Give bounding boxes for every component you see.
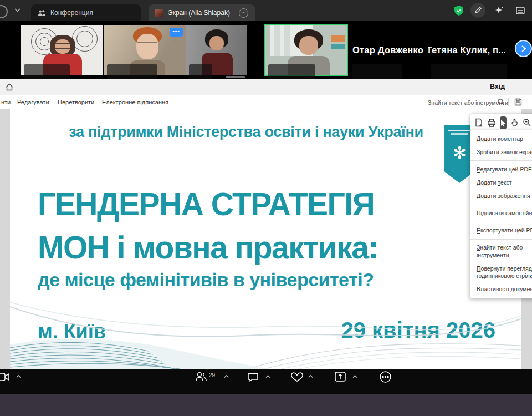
minimize-button[interactable]: — <box>515 81 524 90</box>
divider <box>508 98 509 106</box>
acrobat-menu-bar: нти Редагувати Перетворити Електронне пі… <box>0 95 532 109</box>
react-chevron[interactable] <box>308 375 313 378</box>
react-heart-icon[interactable] <box>290 371 304 383</box>
menu-item-export-pdf[interactable]: Експортувати цей PDF-файл <box>470 224 532 237</box>
zoom-in-icon[interactable] <box>523 118 531 127</box>
video-camera-icon[interactable] <box>0 372 9 382</box>
chat-icon[interactable] <box>247 372 259 382</box>
university-emblem: ✻ <box>444 125 474 183</box>
slide-support-line: за підтримки Міністерства освіти і науки… <box>35 124 457 141</box>
participants-icon[interactable] <box>195 371 207 382</box>
gallery-next-button[interactable] <box>515 40 532 57</box>
emblem-flower-icon: ✻ <box>444 142 474 164</box>
chevron-down-icon[interactable] <box>14 8 21 12</box>
tab-conference[interactable]: Конференция <box>31 4 141 21</box>
tile-more-button[interactable]: ••• <box>170 28 183 37</box>
pdf-context-menu: Додати коментар Зробити знімок екрана Ре… <box>470 130 532 298</box>
wave-decoration <box>10 297 521 369</box>
tab-screen-label: Экран (Alla Shlapak) <box>168 9 230 17</box>
tab-conference-label: Конференция <box>50 9 93 17</box>
apps-grid-icon[interactable] <box>513 3 528 18</box>
menu-item-add-comment[interactable]: Додати коментар <box>470 132 532 145</box>
zoom-controls-bar: део 29 Участники Чат Отреагировать Подел… <box>0 369 532 394</box>
menu-tools-clipped[interactable]: нти <box>1 99 11 105</box>
avatar <box>155 9 163 17</box>
acrobat-tab-bar: ☆ ГЕНДЕРНИЙ АУДИТ ... × + Створити ? <box>0 79 532 95</box>
find-tools-label[interactable]: Знайти текст або інструменти <box>428 99 508 106</box>
print-icon[interactable] <box>487 118 496 127</box>
windows-taskbar: Пошук ✂ УКР <box>0 394 532 416</box>
slide-title-line2: МОН і мовна практика: <box>38 229 378 266</box>
menu-item-edit-pdf[interactable]: Редагувати цей PDF-файл <box>470 163 532 176</box>
sign-in-button[interactable]: Вхід <box>490 83 505 90</box>
more-options-icon[interactable] <box>379 371 392 383</box>
ai-companion-icon[interactable] <box>492 3 507 18</box>
video-options-chevron[interactable] <box>16 375 21 378</box>
zoom-top-bar: Конференция Экран (Alla Shlapak) ⋯ <box>0 0 532 21</box>
menu-item-add-image[interactable]: Додати зображення <box>470 190 532 203</box>
tab-screen-share[interactable]: Экран (Alla Shlapak) ⋯ <box>149 4 255 21</box>
menu-item-document-properties[interactable]: Властивості документа <box>470 282 532 296</box>
annotate-pen-icon[interactable] <box>470 3 485 18</box>
save-icon[interactable] <box>514 98 522 106</box>
menu-item-sign-yourself[interactable]: Підписати самостійно <box>470 207 532 220</box>
add-page-icon[interactable] <box>474 118 483 127</box>
menu-separator <box>470 222 532 222</box>
menu-item-rotate-clockwise[interactable]: Повернути перегляд загодинниковою стрілк… <box>470 262 532 282</box>
timer-icon <box>0 5 8 18</box>
menu-convert[interactable]: Перетворити <box>58 99 94 105</box>
pdf-floating-toolbar <box>470 114 532 131</box>
menu-item-add-text[interactable]: Додати текст <box>470 176 532 189</box>
menu-separator <box>470 160 532 161</box>
menu-esign[interactable]: Електронне підписання <box>102 99 168 105</box>
slide-subtitle: де місце фемінітивів в університеті? <box>38 269 374 291</box>
select-cursor-icon-active[interactable] <box>500 116 507 129</box>
participants-chevron[interactable] <box>224 375 229 378</box>
menu-separator <box>470 239 532 240</box>
search-icon[interactable] <box>497 98 505 106</box>
people-icon <box>38 9 46 17</box>
hand-pan-icon[interactable] <box>510 119 519 127</box>
slide-title-line1: ГЕНДЕРНА СТРАТЕГІЯ <box>38 186 374 222</box>
share-chevron[interactable] <box>352 375 357 378</box>
share-screen-icon[interactable] <box>334 371 346 382</box>
home-icon[interactable] <box>5 83 14 92</box>
menu-edit[interactable]: Редагувати <box>17 99 49 105</box>
participants-count: 29 <box>209 372 215 378</box>
chat-chevron[interactable] <box>265 375 270 378</box>
menu-item-find-text[interactable]: Знайти текст абоінструменти <box>470 241 532 262</box>
pdf-page-slide: за підтримки Міністерства освіти і науки… <box>10 109 521 369</box>
menu-separator <box>470 205 532 205</box>
security-shield-icon[interactable] <box>453 5 464 16</box>
tab-more-icon[interactable]: ⋯ <box>239 8 248 18</box>
menu-item-take-snapshot[interactable]: Зробити знімок екрана <box>470 145 532 159</box>
gallery-scroll-indicator[interactable] <box>226 76 245 78</box>
